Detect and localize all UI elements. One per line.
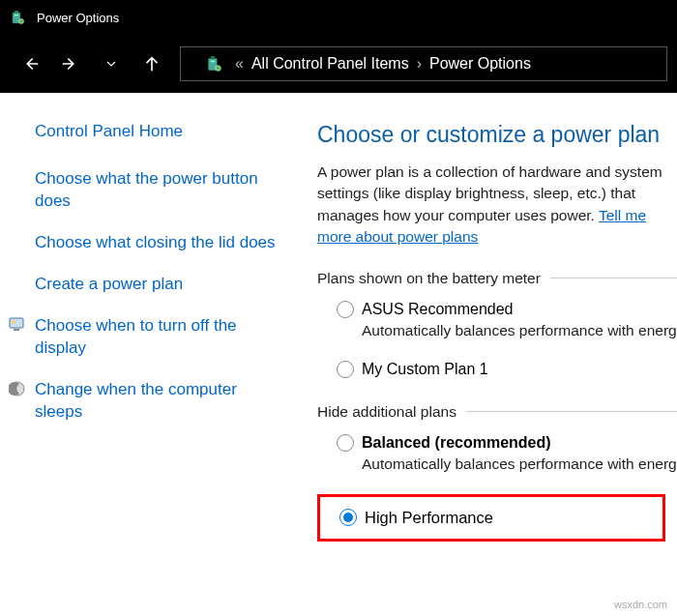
svg-rect-2	[15, 15, 18, 16]
sidebar-link-create-plan[interactable]: Create a power plan	[35, 274, 280, 296]
svg-point-9	[12, 320, 15, 324]
highlight-box: High Performance	[317, 494, 665, 542]
battery-icon	[8, 8, 27, 27]
breadcrumb-part[interactable]: All Control Panel Items	[251, 55, 409, 73]
sidebar-link-turn-off-display[interactable]: Choose when to turn off the display	[35, 315, 280, 360]
breadcrumb-part[interactable]: Power Options	[429, 55, 531, 73]
breadcrumb-prefix-chevron: «	[235, 55, 244, 73]
main-panel: Choose or customize a power plan A power…	[300, 122, 677, 542]
radio-icon[interactable]	[337, 434, 354, 452]
svg-rect-6	[211, 61, 216, 63]
window-title: Power Options	[37, 11, 119, 25]
radio-icon[interactable]	[337, 301, 354, 318]
svg-rect-8	[10, 318, 23, 328]
breadcrumb-separator-icon: ›	[417, 55, 422, 73]
moon-icon	[8, 379, 27, 398]
group-label-hide-plans[interactable]: Hide additional plans	[317, 403, 677, 421]
recent-dropdown-button[interactable]	[91, 44, 132, 83]
group-label-battery-meter: Plans shown on the battery meter	[317, 270, 677, 287]
address-bar[interactable]: « All Control Panel Items › Power Option…	[180, 46, 667, 81]
plan-high-performance[interactable]: High Performance	[365, 509, 493, 527]
plan-balanced[interactable]: Balanced (recommended)	[317, 434, 677, 452]
up-button[interactable]	[132, 44, 172, 83]
svg-rect-5	[211, 56, 216, 58]
battery-icon	[200, 55, 227, 73]
plan-custom[interactable]: My Custom Plan 1	[317, 361, 677, 378]
titlebar: Power Options	[0, 0, 677, 35]
svg-point-3	[19, 19, 24, 24]
radio-icon[interactable]	[337, 361, 354, 378]
svg-point-7	[216, 66, 221, 72]
navbar: « All Control Panel Items › Power Option…	[0, 35, 677, 93]
svg-rect-10	[14, 329, 19, 331]
plan-description: Automatically balances performance with …	[317, 455, 677, 473]
monitor-icon	[8, 315, 27, 335]
back-button[interactable]	[10, 44, 50, 83]
forward-button[interactable]	[50, 44, 91, 83]
plan-description: Automatically balances performance with …	[317, 322, 677, 339]
sidebar-link-closing-lid[interactable]: Choose what closing the lid does	[35, 232, 280, 254]
sidebar: Control Panel Home Choose what the power…	[0, 122, 300, 542]
plan-asus-recommended[interactable]: ASUS Recommended	[317, 301, 677, 318]
watermark: wsxdn.com	[614, 599, 667, 610]
control-panel-home-link[interactable]: Control Panel Home	[35, 122, 280, 141]
radio-icon-checked[interactable]	[339, 509, 357, 526]
svg-rect-1	[15, 11, 18, 13]
sidebar-link-power-button[interactable]: Choose what the power button does	[35, 168, 280, 213]
sidebar-link-sleep[interactable]: Change when the computer sleeps	[35, 379, 280, 424]
page-heading: Choose or customize a power plan	[317, 122, 677, 148]
page-description: A power plan is a collection of hardware…	[317, 161, 677, 249]
